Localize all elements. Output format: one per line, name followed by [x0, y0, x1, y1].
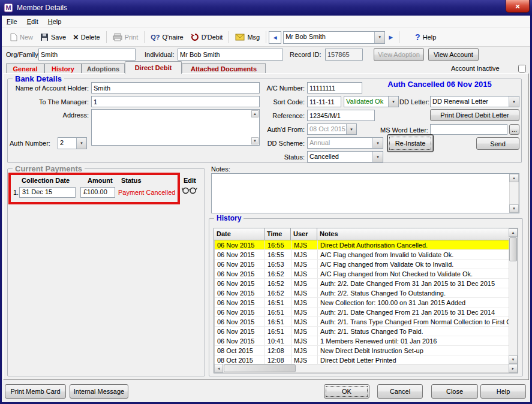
individual-input[interactable]: [178, 49, 283, 61]
view-payment-glasses-icon[interactable]: [182, 186, 197, 195]
org-family-input[interactable]: [38, 49, 136, 61]
previous-member-button[interactable]: ◄: [269, 31, 281, 44]
menu-edit[interactable]: Edit: [22, 16, 43, 27]
individual-label: Individual:: [145, 51, 175, 58]
send-button[interactable]: Send: [476, 137, 519, 150]
ac-number-input[interactable]: [307, 82, 362, 94]
history-vscroll-thumb[interactable]: [509, 237, 517, 261]
history-header-time: Time: [265, 228, 291, 240]
help-footer-button[interactable]: Help: [480, 384, 526, 399]
notes-scroll-down-icon[interactable]: ▼: [509, 204, 519, 213]
account-holder-input[interactable]: [91, 82, 260, 94]
chevron-down-icon[interactable]: ▼: [374, 32, 384, 43]
history-cell: 16:55: [265, 250, 291, 259]
qnaire-label: Q'naire: [163, 34, 184, 41]
history-row[interactable]: 06 Nov 201516:52MJSAuth: 2/2. Status Cha…: [215, 288, 510, 298]
payment-date-field[interactable]: 31 Dec 15: [19, 187, 76, 198]
history-row[interactable]: 06 Nov 201510:41MJS1 Members Renewed unt…: [215, 336, 510, 346]
browse-button[interactable]: ...: [509, 124, 519, 135]
notes-box[interactable]: [211, 173, 519, 213]
member-combo[interactable]: Mr Bob Smith ▼: [283, 31, 385, 44]
ms-word-letter-input[interactable]: [430, 124, 507, 135]
history-row[interactable]: 06 Nov 201516:53MJSA/C Flag changed from…: [215, 260, 510, 269]
print-button[interactable]: Print: [109, 31, 142, 43]
title-bar[interactable]: M Member Details ×: [0, 0, 532, 16]
history-row[interactable]: 06 Nov 201516:52MJSAuth: 2/2. Date Chang…: [215, 279, 510, 288]
view-adoption-button[interactable]: View Adoption: [374, 48, 424, 61]
sort-code-input[interactable]: [307, 96, 341, 107]
history-row[interactable]: 06 Nov 201516:51MJSAuth: 2/1. Status Cha…: [215, 327, 510, 336]
view-account-button[interactable]: View Account: [428, 48, 479, 61]
reference-input[interactable]: [307, 110, 375, 121]
save-button[interactable]: Save: [37, 31, 70, 43]
history-cell: 06 Nov 2015: [215, 317, 265, 326]
to-the-manager-input[interactable]: [91, 96, 260, 107]
history-row[interactable]: 06 Nov 201516:51MJSAuth: 2/1. Trans Type…: [215, 317, 510, 327]
history-header-notes: Notes: [317, 228, 510, 240]
history-row[interactable]: 06 Nov 201516:52MJSA/C Flag changed from…: [215, 269, 510, 279]
status-combo[interactable]: Cancelled ▼: [307, 151, 383, 162]
payment-amount-field[interactable]: £100.00: [80, 187, 115, 198]
internal-message-button[interactable]: Internal Message: [70, 384, 128, 399]
qnaire-button[interactable]: Q? Q'naire: [147, 32, 187, 43]
close-button[interactable]: ×: [506, 0, 530, 13]
delete-button[interactable]: × Delete: [70, 32, 104, 43]
history-cell: 06 Nov 2015: [215, 298, 265, 307]
dd-letter-combo[interactable]: DD Renewal Letter ▼: [430, 96, 519, 107]
tab-adoptions[interactable]: Adoptions: [82, 63, 125, 74]
account-inactive-checkbox[interactable]: [518, 65, 526, 73]
history-row[interactable]: 08 Oct 201512:08MJSNew Direct Debit Inst…: [215, 346, 510, 355]
chevron-down-icon[interactable]: ▼: [388, 97, 398, 107]
print-memb-card-button[interactable]: Print Memb Card: [5, 384, 66, 399]
sort-code-status-combo[interactable]: Validated Ok ▼: [344, 96, 399, 107]
history-row[interactable]: 06 Nov 201516:55MJSA/C Flag changed from…: [215, 250, 510, 260]
sort-code-label: Sort Code:: [259, 98, 305, 105]
member-details-window: M Member Details × File Edit Help New Sa…: [0, 0, 532, 404]
ddebit-button[interactable]: D'Debit: [187, 31, 227, 43]
notes-scroll-up-icon[interactable]: ▲: [509, 174, 519, 182]
auth-number-combo[interactable]: 2 ▼: [58, 137, 87, 149]
forward-arrow-icon[interactable]: ►: [387, 34, 394, 41]
history-cell: MJS: [291, 307, 318, 316]
new-button[interactable]: New: [7, 31, 37, 43]
cancel-button[interactable]: Cancel: [377, 384, 423, 399]
chevron-down-icon[interactable]: ▼: [76, 138, 86, 149]
history-scroll-down-icon[interactable]: ▼: [509, 355, 518, 364]
history-cell: Auth: 2/2. Date Changed From 31 Jan 2015…: [318, 279, 510, 288]
chevron-down-icon[interactable]: ▼: [372, 152, 383, 162]
menu-help[interactable]: Help: [43, 16, 67, 27]
account-holder-label: Name of Account Holder:: [8, 85, 89, 92]
history-cell: A/C Flag changed from Invalid to Validat…: [318, 250, 510, 259]
tab-direct-debit[interactable]: Direct Debit: [125, 61, 182, 74]
dd-letter-value: DD Renewal Letter: [431, 97, 509, 107]
history-row[interactable]: 06 Nov 201516:51MJSAuth: 2/1. Date Chang…: [215, 307, 510, 317]
close-footer-button[interactable]: Close: [431, 384, 478, 399]
history-scroll-right-icon[interactable]: ►: [509, 364, 518, 373]
ok-button[interactable]: OK: [324, 384, 369, 399]
payment-row-number: 1.: [13, 189, 19, 196]
history-hscroll-thumb[interactable]: [224, 364, 296, 372]
print-icon: [113, 33, 122, 41]
print-direct-debit-letter-button[interactable]: Print Direct Debit Letter: [430, 109, 519, 121]
menu-file[interactable]: File: [2, 16, 22, 27]
history-scroll-up-icon[interactable]: ▲: [509, 228, 518, 237]
tab-general[interactable]: General: [6, 63, 44, 74]
history-header-date: Date: [214, 228, 265, 240]
to-the-manager-label: To The Manager:: [8, 98, 89, 105]
chevron-down-icon[interactable]: ▼: [509, 97, 519, 107]
help-button-toolbar[interactable]: ? Help: [411, 31, 440, 44]
help-icon: ?: [415, 32, 420, 42]
history-row[interactable]: 06 Nov 201516:55MJSDirect Debit Authoris…: [215, 240, 510, 250]
msg-button[interactable]: Msg: [232, 32, 263, 43]
history-row[interactable]: 06 Nov 201516:51MJSNew Collection for: 1…: [215, 298, 510, 307]
delete-label: Delete: [81, 34, 100, 41]
reinstate-button[interactable]: Re-Instate: [387, 134, 434, 152]
history-scroll-left-icon[interactable]: ◄: [214, 364, 223, 373]
window-border-left: [0, 16, 2, 402]
address-textarea[interactable]: [91, 109, 260, 146]
address-scroll-down-icon[interactable]: ▼: [251, 137, 259, 144]
tab-attached-documents[interactable]: Attached Documents: [182, 63, 266, 74]
address-scroll-up-icon[interactable]: ▲: [251, 110, 259, 117]
dd-scheme-value: Annual: [308, 138, 372, 148]
tab-history[interactable]: History: [44, 63, 82, 74]
